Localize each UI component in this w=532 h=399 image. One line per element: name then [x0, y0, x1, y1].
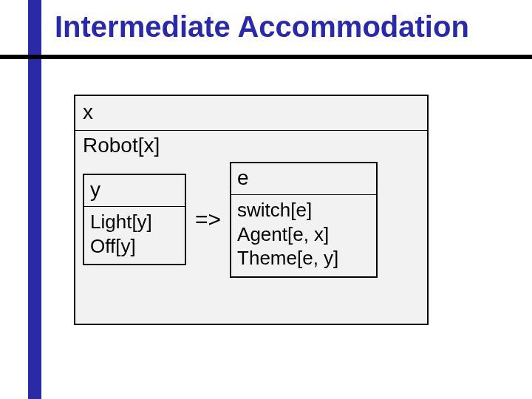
consequent-body: switch[e] Agent[e, x] Theme[e, y] — [231, 195, 376, 276]
implication-row: y Light[y] Off[y] => e switch[e] Agent[e… — [83, 162, 420, 278]
antecedent-box: y Light[y] Off[y] — [83, 174, 186, 265]
consequent-line-3: Theme[e, y] — [237, 246, 370, 270]
consequent-line-1: switch[e] — [237, 198, 370, 222]
outer-drs-box: x Robot[x] y Light[y] Off[y] => e switch… — [74, 95, 429, 325]
left-accent-bar — [28, 0, 41, 399]
antecedent-declaration: y — [84, 175, 185, 207]
consequent-declaration: e — [231, 163, 376, 195]
page-title: Intermediate Accommodation — [55, 10, 469, 44]
outer-body: Robot[x] y Light[y] Off[y] => e switch[e… — [75, 131, 427, 285]
outer-declaration: x — [75, 96, 427, 131]
antecedent-line-2: Off[y] — [90, 234, 179, 259]
antecedent-body: Light[y] Off[y] — [84, 207, 185, 264]
consequent-line-2: Agent[e, x] — [237, 222, 370, 247]
antecedent-line-1: Light[y] — [90, 210, 179, 234]
outer-predicate: Robot[x] — [83, 134, 420, 157]
consequent-box: e switch[e] Agent[e, x] Theme[e, y] — [230, 162, 378, 278]
implies-arrow: => — [194, 207, 222, 232]
title-underline — [0, 55, 532, 59]
